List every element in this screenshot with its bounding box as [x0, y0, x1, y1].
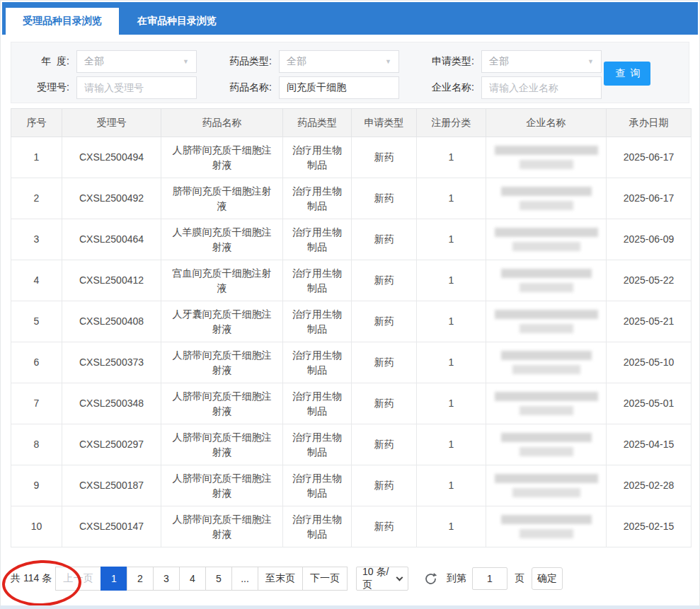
cell-reg-class: 1	[417, 137, 486, 178]
cell-company-redacted	[486, 301, 607, 342]
filter-panel: 年 度: 全部 ▼ 药品类型: 全部 ▼ 申请类型: 全部 ▼ 受理号: 药品名…	[11, 42, 689, 103]
drug-type-label: 药品类型:	[214, 55, 279, 68]
cell-date: 2025-05-21	[607, 301, 692, 342]
cell-no: 6	[11, 342, 62, 383]
cell-acceptance-no: CXSL2500464	[62, 219, 161, 260]
table-row: 4 CXSL2500412 宫血间充质干细胞注射液 治疗用生物制品 新药 1 2…	[11, 260, 692, 301]
cell-apply-type: 新药	[352, 137, 417, 178]
tab-under-review-catalog[interactable]: 在审品种目录浏览	[119, 8, 235, 35]
cell-no: 5	[11, 301, 62, 342]
redacted-company-name	[493, 269, 599, 292]
last-page-button[interactable]: 至末页	[258, 567, 303, 591]
page-size-select[interactable]: 10 条/页	[356, 567, 408, 591]
prev-page-button[interactable]: 上一页	[55, 567, 101, 591]
table-row: 8 CXSL2500297 人脐带间充质干细胞注射液 治疗用生物制品 新药 1 …	[11, 424, 692, 465]
cell-company-redacted	[486, 178, 607, 219]
redacted-company-name	[493, 474, 599, 497]
tab-bar: 受理品种目录浏览 在审品种目录浏览	[2, 2, 698, 35]
cell-acceptance-no: CXSL2500412	[62, 260, 161, 301]
cell-acceptance-no: CXSL2500492	[62, 178, 161, 219]
year-select[interactable]: 全部 ▼	[76, 50, 197, 73]
page-size-value: 10 条/页	[362, 566, 397, 591]
cell-drug-type: 治疗用生物制品	[283, 260, 352, 301]
column-header-date: 承办日期	[607, 109, 692, 137]
cell-acceptance-no: CXSL2500147	[62, 506, 161, 547]
page-button-1[interactable]: 1	[101, 567, 127, 591]
ellipsis-page-button[interactable]: ...	[231, 567, 258, 591]
cell-drug-type: 治疗用生物制品	[283, 465, 352, 506]
cell-drug-type: 治疗用生物制品	[283, 383, 352, 424]
drug-type-select[interactable]: 全部 ▼	[279, 50, 399, 73]
page-unit-label: 页	[515, 572, 524, 585]
cell-date: 2025-02-15	[607, 506, 692, 547]
cell-apply-type: 新药	[352, 383, 417, 424]
chevron-down-icon: ▼	[183, 58, 189, 65]
pagination-bar: 共 114 条 上一页 12345 ... 至末页 下一页 10 条/页 到第 …	[11, 567, 689, 591]
redacted-company-name	[493, 515, 599, 538]
table-row: 1 CXSL2500494 人脐带间充质干细胞注射液 治疗用生物制品 新药 1 …	[11, 137, 692, 178]
cell-reg-class: 1	[417, 301, 486, 342]
total-count: 共 114 条	[11, 572, 56, 585]
cell-drug-type: 治疗用生物制品	[283, 137, 352, 178]
cell-company-redacted	[486, 424, 607, 465]
cell-acceptance-no: CXSL2500297	[62, 424, 161, 465]
cell-drug-type: 治疗用生物制品	[283, 178, 352, 219]
table-row: 6 CXSL2500373 人脐带间充质干细胞注射液 治疗用生物制品 新药 1 …	[11, 342, 692, 383]
cell-date: 2025-04-15	[607, 424, 692, 465]
table-row: 2 CXSL2500492 脐带间充质干细胞注射液 治疗用生物制品 新药 1 2…	[11, 178, 692, 219]
cell-acceptance-no: CXSL2500494	[62, 137, 161, 178]
cell-drug-type: 治疗用生物制品	[283, 301, 352, 342]
drug-name-label: 药品名称:	[214, 81, 279, 94]
cell-company-redacted	[486, 342, 607, 383]
cell-reg-class: 1	[417, 342, 486, 383]
column-header-apply-type: 申请类型	[352, 109, 417, 137]
redacted-company-name	[493, 310, 599, 333]
page-button-2[interactable]: 2	[127, 567, 154, 591]
page-button-4[interactable]: 4	[179, 567, 206, 591]
drug-name-input[interactable]	[279, 76, 399, 99]
cell-date: 2025-05-01	[607, 383, 692, 424]
cell-drug-type: 治疗用生物制品	[283, 342, 352, 383]
page-button-3[interactable]: 3	[153, 567, 180, 591]
cell-acceptance-no: CXSL2500187	[62, 465, 161, 506]
apply-type-select[interactable]: 全部 ▼	[481, 50, 602, 73]
next-page-button[interactable]: 下一页	[302, 567, 348, 591]
table-row: 7 CXSL2500348 人脐带间充质干细胞注射液 治疗用生物制品 新药 1 …	[11, 383, 692, 424]
cell-no: 10	[11, 506, 62, 547]
cell-acceptance-no: CXSL2500348	[62, 383, 161, 424]
cell-drug-name: 脐带间充质干细胞注射液	[161, 178, 283, 219]
acceptance-no-input[interactable]	[76, 76, 197, 99]
column-header-company: 企业名称	[486, 109, 607, 137]
cell-reg-class: 1	[417, 424, 486, 465]
refresh-icon[interactable]	[423, 571, 438, 586]
column-header-drug-name: 药品名称	[161, 109, 283, 137]
cell-no: 4	[11, 260, 62, 301]
confirm-button[interactable]: 确定	[532, 567, 563, 590]
cell-date: 2025-06-17	[607, 178, 692, 219]
cell-company-redacted	[486, 383, 607, 424]
table-row: 9 CXSL2500187 人脐带间充质干细胞注射液 治疗用生物制品 新药 1 …	[11, 465, 692, 506]
cell-apply-type: 新药	[352, 301, 417, 342]
goto-page-input[interactable]	[472, 567, 507, 590]
drug-type-select-value: 全部	[287, 55, 385, 68]
column-header-acceptance-no: 受理号	[62, 109, 161, 137]
cell-drug-name: 人脐带间充质干细胞注射液	[161, 424, 283, 465]
cell-apply-type: 新药	[352, 424, 417, 465]
page-button-5[interactable]: 5	[205, 567, 232, 591]
cell-no: 9	[11, 465, 62, 506]
year-select-value: 全部	[84, 55, 183, 68]
cell-date: 2025-05-10	[607, 342, 692, 383]
cell-reg-class: 1	[417, 383, 486, 424]
cell-reg-class: 1	[417, 178, 486, 219]
redacted-company-name	[493, 433, 599, 456]
cell-drug-type: 治疗用生物制品	[283, 424, 352, 465]
cell-drug-name: 人脐带间充质干细胞注射液	[161, 465, 283, 506]
redacted-company-name	[493, 392, 599, 415]
company-name-input[interactable]	[481, 76, 602, 99]
tab-accepted-catalog[interactable]: 受理品种目录浏览	[6, 8, 119, 35]
search-button[interactable]: 查询	[604, 62, 650, 86]
cell-apply-type: 新药	[352, 342, 417, 383]
cell-no: 1	[11, 137, 62, 178]
cell-company-redacted	[486, 465, 607, 506]
cell-drug-name: 人脐带间充质干细胞注射液	[161, 137, 283, 178]
